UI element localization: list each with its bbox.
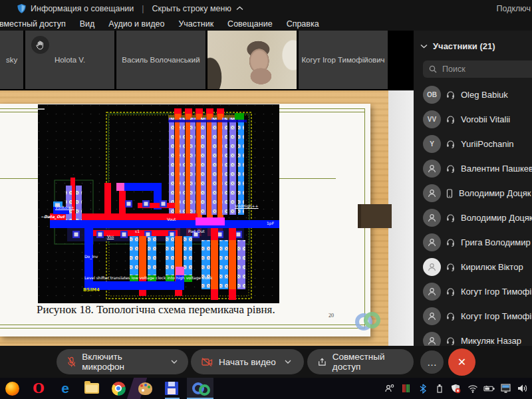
video-tile[interactable]: Когут Ігор Тимофійович: [299, 31, 388, 89]
menubar-item[interactable]: Вид: [80, 19, 95, 29]
taskbar-firefox-icon[interactable]: [4, 381, 20, 396]
titlebar: Информация о совещании | Скрыть строку м…: [0, 0, 532, 17]
video-options-chevron-icon[interactable]: [285, 360, 291, 364]
avatar: [423, 160, 441, 178]
avatar: [423, 209, 441, 227]
avatar: [423, 283, 441, 301]
avatar: [423, 184, 441, 202]
headset-icon: [446, 213, 455, 222]
layout-label-bsim4: BSIM4: [83, 288, 100, 292]
ic-layout-figure: VddLow+ ~Data_Out s1 Vout Pad_Out Vss Vd…: [38, 104, 279, 303]
presentation-slide: VddLow+ ~Data_Out s1 Vout Pad_Out Vss Vd…: [0, 104, 370, 336]
tray-people-icon[interactable]: [384, 383, 395, 394]
avatar: OB: [423, 86, 441, 104]
search-icon: [429, 65, 437, 73]
taskbar-chrome-icon[interactable]: [110, 381, 126, 396]
participant-name: Грига Володимир М: [461, 237, 532, 247]
hide-menu-button[interactable]: Скрыть строку меню: [152, 4, 231, 13]
video-tile-name: Когут Ігор Тимофійович: [301, 56, 384, 64]
participant-name: Володимир Доцяк: [461, 213, 532, 223]
video-tile-name: Василь Волочанський: [122, 56, 200, 64]
taskbar-webex-active-app[interactable]: [187, 378, 213, 399]
slide-border-line: [0, 328, 364, 329]
participant-row[interactable]: Кирилюк Віктор: [423, 258, 532, 276]
headset-icon: [446, 263, 455, 271]
avatar: [423, 332, 441, 346]
participant-name: Володимир Доцяк: [459, 188, 531, 198]
headset-icon: [446, 312, 455, 321]
start-video-button[interactable]: Начать видео: [191, 349, 304, 374]
participant-name: Микуляк Назар: [461, 336, 521, 346]
connect-audio-label[interactable]: Подключ: [497, 4, 531, 13]
participant-row[interactable]: Володимир Доцяк: [423, 209, 532, 227]
tray-security-alert-icon[interactable]: [450, 383, 462, 394]
participant-row[interactable]: Когут Ігор Тимофійо: [423, 307, 532, 325]
participant-row[interactable]: Валентин Пашкевич: [423, 160, 532, 178]
leave-meeting-button[interactable]: ✕: [448, 348, 475, 376]
video-tile[interactable]: Holota V.: [25, 31, 114, 89]
taskbar-edge-icon[interactable]: e: [57, 381, 73, 396]
menubar-item[interactable]: Совместный доступ: [0, 19, 66, 29]
layout-label-vddlow: VddLow+: [55, 205, 74, 209]
mic-options-chevron-icon[interactable]: [171, 360, 178, 364]
avatar: VV: [423, 110, 441, 128]
more-options-label: …: [427, 356, 437, 368]
layout-label-s1: s1: [135, 229, 140, 233]
chevron-up-icon[interactable]: [236, 6, 243, 11]
participant-row[interactable]: Когут Ігор Тимофійо: [423, 283, 532, 301]
menubar-item[interactable]: Справка: [287, 19, 319, 29]
participant-row[interactable]: OBOleg Babiuk: [423, 86, 532, 104]
tray-volume-icon[interactable]: [517, 383, 528, 394]
tray-app-bars-icon[interactable]: [400, 383, 412, 394]
headset-icon: [446, 140, 455, 148]
menubar-item[interactable]: Аудио и видео: [108, 19, 164, 29]
layout-label-vout: Vout: [167, 217, 176, 221]
unmute-button[interactable]: Включить микрофон: [57, 349, 188, 374]
participant-row[interactable]: Грига Володимир М: [423, 233, 532, 251]
video-strip: skyHolota V.Василь ВолочанськийКогут Іго…: [0, 31, 414, 89]
taskbar-floppy-app-icon[interactable]: [164, 381, 180, 396]
participant-name: Когут Ігор Тимофійо: [461, 287, 532, 297]
menubar-item[interactable]: Совещание: [227, 19, 273, 29]
menubar-item[interactable]: Участник: [178, 19, 213, 29]
video-tile[interactable]: Василь Волочанський: [116, 31, 205, 89]
video-tile-name: Holota V.: [55, 56, 85, 64]
taskbar-opera-icon[interactable]: O: [31, 381, 47, 396]
share-screen-button[interactable]: Совместный доступ: [307, 349, 414, 374]
webcam-video: [207, 31, 297, 89]
tray-bluetooth-icon[interactable]: [417, 383, 428, 394]
system-tray: [384, 378, 528, 399]
taskbar-paint-icon[interactable]: [137, 381, 153, 396]
participants-title: Участники (21): [433, 41, 495, 51]
participant-row[interactable]: Микуляк Назар: [423, 332, 532, 346]
titlebar-separator: |: [142, 4, 144, 13]
participant-row[interactable]: VVVorobii Vitalii: [423, 110, 532, 128]
close-icon: ✕: [458, 356, 466, 368]
meeting-info-button[interactable]: Информация о совещании: [31, 4, 134, 13]
slide-page-number: 20: [329, 313, 334, 319]
headset-icon: [446, 90, 455, 99]
tray-battery-icon[interactable]: [483, 383, 495, 394]
start-video-label: Начать видео: [219, 357, 276, 367]
headset-icon: [446, 287, 455, 296]
raised-hand-badge: [31, 36, 49, 54]
participant-name: Валентин Пашкевич: [461, 164, 532, 174]
tray-usb-icon[interactable]: [434, 383, 445, 394]
taskbar-file-explorer-icon[interactable]: [84, 381, 100, 396]
participants-header[interactable]: Участники (21): [420, 41, 532, 51]
headset-icon: [446, 115, 455, 124]
more-options-button[interactable]: …: [420, 350, 444, 374]
video-tile[interactable]: [207, 31, 297, 89]
participant-name: Когут Ігор Тимофійо: [461, 311, 532, 321]
participant-row[interactable]: Володимир Доцяк: [423, 184, 532, 202]
meeting-window: Информация о совещании | Скрыть строку м…: [0, 0, 532, 399]
phone-icon: [446, 189, 453, 198]
tray-wifi-icon[interactable]: [467, 383, 478, 394]
participant-row[interactable]: YYuriiPochanin: [423, 135, 532, 153]
participant-name: Oleg Babiuk: [461, 90, 508, 100]
avatar: [423, 258, 441, 276]
headset-icon: [446, 336, 455, 345]
search-input[interactable]: Поиск: [423, 61, 532, 78]
video-tile[interactable]: sky: [0, 31, 23, 89]
tray-display-icon[interactable]: [500, 383, 511, 394]
